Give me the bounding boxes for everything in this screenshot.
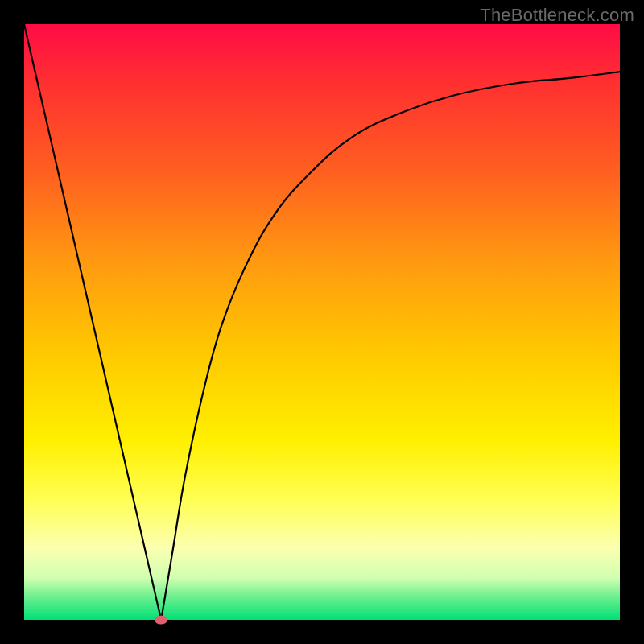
chart-frame: TheBottleneck.com <box>0 0 644 644</box>
bottleneck-curve <box>24 24 620 620</box>
watermark-text: TheBottleneck.com <box>480 5 634 26</box>
curve-path <box>24 24 620 620</box>
plot-area <box>24 24 620 620</box>
optimal-point-marker <box>155 616 167 625</box>
